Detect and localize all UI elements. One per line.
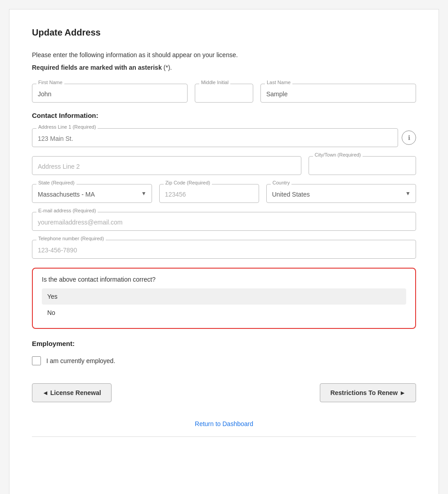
contact-section-title: Contact Information: (32, 112, 416, 119)
phone-label: Telephone number (Required) (36, 236, 106, 241)
phone-row: Telephone number (Required) (32, 240, 416, 259)
contact-question-text: Is the above contact information correct… (42, 276, 406, 283)
employment-title: Employment: (32, 340, 416, 347)
state-select[interactable]: Massachusetts - MA (32, 184, 152, 203)
page-divider (32, 436, 416, 437)
state-zip-country-row: State (Required) Massachusetts - MA ▼ Zi… (32, 184, 416, 203)
info-symbol: ℹ (408, 134, 410, 141)
country-select[interactable]: United States (266, 184, 416, 203)
address-info-icon[interactable]: ℹ (402, 130, 416, 145)
address-line2-input[interactable] (32, 156, 301, 175)
address-line2-group (32, 156, 301, 175)
return-link-container: Return to Dashboard (32, 420, 416, 427)
email-label: E-mail address (Required) (36, 208, 98, 213)
address2-city-row: City/Town (Required) (32, 156, 416, 175)
first-name-label: First Name (36, 80, 64, 85)
required-note-bold: Required fields are marked with an aster… (32, 64, 162, 71)
state-group: State (Required) Massachusetts - MA ▼ (32, 184, 152, 203)
zip-group: Zip Code (Required) (159, 184, 259, 203)
address-line1-group: Address Line 1 (Required) (32, 128, 398, 147)
no-option[interactable]: No (42, 305, 406, 321)
employed-checkbox-row: I am currently employed. (32, 356, 416, 365)
employment-section: Employment: I am currently employed. (32, 340, 416, 365)
last-name-input[interactable] (260, 84, 416, 103)
email-input[interactable] (32, 212, 416, 231)
city-group: City/Town (Required) (309, 156, 416, 175)
required-note: Required fields are marked with an aster… (32, 64, 416, 71)
page-container: Update Address Please enter the followin… (9, 9, 439, 494)
middle-initial-input[interactable] (195, 84, 253, 103)
return-to-dashboard-link[interactable]: Return to Dashboard (195, 420, 253, 427)
city-input[interactable] (309, 156, 416, 175)
phone-group: Telephone number (Required) (32, 240, 416, 259)
address-line1-label: Address Line 1 (Required) (36, 124, 98, 130)
state-select-wrapper: Massachusetts - MA ▼ (32, 184, 152, 203)
contact-info-question-box: Is the above contact information correct… (32, 268, 416, 329)
address-line1-row: Address Line 1 (Required) ℹ (32, 128, 416, 147)
middle-initial-label: Middle Initial (199, 80, 230, 85)
employed-checkbox[interactable] (32, 356, 41, 365)
page-title: Update Address (32, 27, 416, 38)
contact-section: Contact Information: (32, 112, 416, 119)
restrictions-to-renew-button[interactable]: Restrictions To Renew ► (320, 383, 416, 402)
required-note-suffix: (*). (162, 64, 172, 71)
no-label: No (47, 309, 55, 316)
last-name-group: Last Name (260, 84, 416, 103)
nav-buttons: ◄ License Renewal Restrictions To Renew … (32, 383, 416, 402)
employed-checkbox-label: I am currently employed. (46, 357, 115, 364)
license-renewal-button[interactable]: ◄ License Renewal (32, 383, 112, 402)
last-name-label: Last Name (265, 80, 292, 85)
country-label: Country (271, 180, 292, 185)
state-label: State (Required) (36, 180, 76, 185)
email-row: E-mail address (Required) (32, 212, 416, 231)
instructions-text: Please enter the following information a… (32, 51, 416, 58)
zip-input[interactable] (159, 184, 259, 203)
zip-label: Zip Code (Required) (164, 180, 212, 185)
first-name-group: First Name (32, 84, 188, 103)
name-row: First Name Middle Initial Last Name (32, 84, 416, 103)
first-name-input[interactable] (32, 84, 188, 103)
yes-label: Yes (47, 293, 58, 300)
country-group: Country United States ▼ (266, 184, 416, 203)
phone-input[interactable] (32, 240, 416, 259)
yes-option[interactable]: Yes (42, 288, 406, 305)
city-label: City/Town (Required) (313, 152, 363, 157)
email-group: E-mail address (Required) (32, 212, 416, 231)
address-line1-input[interactable] (32, 128, 398, 147)
middle-initial-group: Middle Initial (195, 84, 253, 103)
country-select-wrapper: United States ▼ (266, 184, 416, 203)
